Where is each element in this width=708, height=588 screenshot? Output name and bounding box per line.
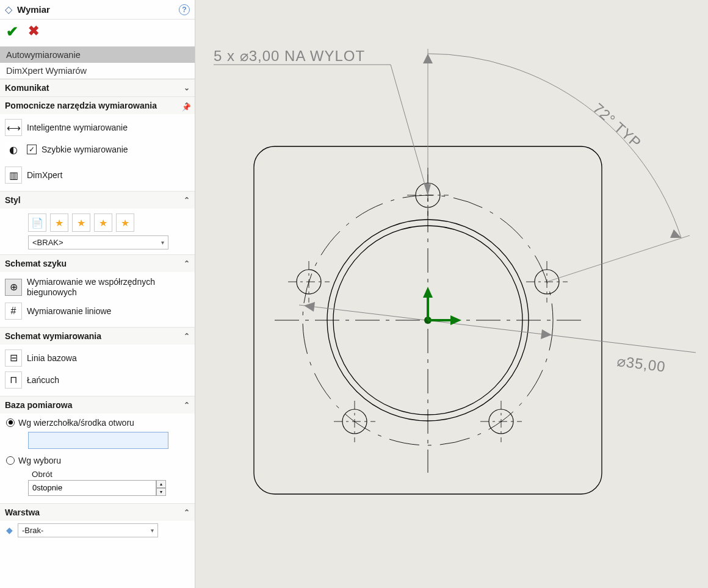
style-fav-load-icon[interactable]: ★ xyxy=(116,213,134,232)
szyk-body: ⊕ Wymiarowanie we współrzędnych biegunow… xyxy=(0,272,195,327)
ok-button[interactable]: ✔ xyxy=(6,23,18,40)
section-szyk[interactable]: Schemat szyku ⌃ xyxy=(0,254,195,272)
style-fav-remove-icon[interactable]: ★ xyxy=(72,213,90,232)
svg-line-19 xyxy=(547,235,690,282)
diameter-text: ⌀35,00 xyxy=(616,353,666,375)
polar-dimension-icon[interactable]: ⊕ xyxy=(5,279,22,296)
warstwa-body: ◆ -Brak- ▾ xyxy=(0,521,195,542)
section-styl[interactable]: Styl ⌃ xyxy=(0,191,195,209)
svg-line-15 xyxy=(391,65,428,195)
quick-dimension-icon[interactable]: ◐ xyxy=(5,141,22,158)
svg-line-22 xyxy=(299,305,696,353)
tab-list: Autowymiarowanie DimXpert Wymiarów xyxy=(0,46,195,79)
svg-marker-20 xyxy=(423,54,433,63)
pin-icon[interactable]: 📌 xyxy=(182,103,191,112)
radio-selection[interactable] xyxy=(6,456,15,465)
cancel-button[interactable]: ✖ xyxy=(28,23,39,40)
section-warstwa-label: Warstwa xyxy=(5,507,40,517)
origin-triad xyxy=(423,287,461,325)
chevron-down-icon: ▾ xyxy=(161,239,164,246)
rotation-input[interactable] xyxy=(28,480,156,496)
linear-dimension-label[interactable]: Wymiarowanie liniowe xyxy=(27,306,190,316)
polar-dimension-label[interactable]: Wymiarowanie we współrzędnych biegunowyc… xyxy=(27,277,190,298)
dimension-icon: ◇ xyxy=(5,4,12,15)
section-komunikat[interactable]: Komunikat ⌄ xyxy=(0,79,195,96)
confirm-row: ✔ ✖ xyxy=(0,20,195,46)
svg-marker-23 xyxy=(304,302,315,312)
smart-dimension-label[interactable]: Inteligentne wymiarowanie xyxy=(27,123,190,132)
chain-label[interactable]: Łańcuch xyxy=(27,375,190,385)
layer-select[interactable]: -Brak- ▾ xyxy=(18,523,158,537)
chevron-down-icon: ▾ xyxy=(151,527,154,534)
radio-selection-label[interactable]: Wg wyboru xyxy=(18,456,61,465)
section-schemat-wym-label: Schemat wymiarowania xyxy=(5,331,101,341)
panel-header: ◇ Wymiar ? xyxy=(0,0,195,20)
radio-vertex-label[interactable]: Wg wierzchołka/środka otworu xyxy=(18,418,134,428)
style-select[interactable]: <BRAK> ▾ xyxy=(28,235,168,249)
style-apply-icon[interactable]: 📄 xyxy=(28,213,46,232)
dimxpert-tool-icon[interactable]: ▥ xyxy=(5,167,22,184)
styl-body: 📄 ★ ★ ★ ★ <BRAK> ▾ xyxy=(0,209,195,254)
angle-text: 72° TYP xyxy=(590,100,645,151)
chevron-up-icon: ⌃ xyxy=(184,401,190,409)
layer-select-value: -Brak- xyxy=(22,526,43,535)
baza-body: Wg wierzchołka/środka otworu Wg wyboru O… xyxy=(0,414,195,503)
style-fav-add-icon[interactable]: ★ xyxy=(50,213,68,232)
chevron-up-icon: ⌃ xyxy=(184,196,190,204)
chevron-down-icon: ⌄ xyxy=(184,84,190,92)
hole-callout-text: 5 x ⌀3,00 NA WYLOT xyxy=(214,48,365,64)
section-styl-label: Styl xyxy=(5,195,21,205)
help-icon[interactable]: ? xyxy=(179,4,190,15)
rotation-label: Obrót xyxy=(4,467,191,479)
section-pomocnicze-label: Pomocnicze narzędzia wymiarowania xyxy=(5,101,157,110)
baseline-icon[interactable]: ⊟ xyxy=(5,350,22,367)
tab-dimxpert[interactable]: DimXpert Wymiarów xyxy=(0,63,195,79)
section-baza[interactable]: Baza pomiarowa ⌃ xyxy=(0,396,195,414)
section-szyk-label: Schemat szyku xyxy=(5,259,67,268)
section-komunikat-label: Komunikat xyxy=(5,83,49,93)
svg-marker-24 xyxy=(541,329,552,339)
chevron-up-icon: ⌃ xyxy=(184,508,190,517)
chain-icon[interactable]: ⊓ xyxy=(5,371,22,389)
schemat-wym-body: ⊟ Linia bazowa ⊓ Łańcuch xyxy=(0,345,195,396)
svg-marker-27 xyxy=(423,287,433,298)
svg-marker-16 xyxy=(424,183,431,195)
drawing-canvas[interactable]: 5 x ⌀3,00 NA WYLOT 72° TYP ⌀35,00 xyxy=(195,0,708,588)
pomocnicze-body: 📌 ⟷ Inteligentne wymiarowanie ◐ ✓ Szybki… xyxy=(0,114,195,191)
section-warstwa[interactable]: Warstwa ⌃ xyxy=(0,503,195,521)
style-select-value: <BRAK> xyxy=(32,238,63,247)
datum-selection-field[interactable] xyxy=(28,432,168,449)
chevron-up-icon: ⌃ xyxy=(184,332,190,340)
section-baza-label: Baza pomiarowa xyxy=(5,400,72,410)
spinner-up[interactable]: ▴ xyxy=(156,480,166,488)
section-schemat-wym[interactable]: Schemat wymiarowania ⌃ xyxy=(0,327,195,345)
diameter-dimension: ⌀35,00 xyxy=(299,302,696,375)
style-fav-save-icon[interactable]: ★ xyxy=(94,213,112,232)
tab-auto-dimension[interactable]: Autowymiarowanie xyxy=(0,47,195,63)
linear-dimension-icon[interactable]: # xyxy=(5,303,22,320)
quick-dimension-label[interactable]: Szybkie wymiarowanie xyxy=(42,145,190,154)
baseline-label[interactable]: Linia bazowa xyxy=(27,353,190,363)
hole-callout: 5 x ⌀3,00 NA WYLOT xyxy=(214,48,431,195)
dimxpert-tool-label[interactable]: DimXpert xyxy=(27,170,190,180)
quick-dimension-checkbox[interactable]: ✓ xyxy=(27,145,37,154)
property-panel: ◇ Wymiar ? ✔ ✖ Autowymiarowanie DimXpert… xyxy=(0,0,195,588)
spinner-down[interactable]: ▾ xyxy=(156,488,166,496)
panel-title: Wymiar xyxy=(17,4,174,15)
smart-dimension-icon[interactable]: ⟷ xyxy=(5,119,22,136)
section-pomocnicze[interactable]: Pomocnicze narzędzia wymiarowania ⌃ xyxy=(0,96,195,114)
layer-icon: ◆ xyxy=(6,525,13,535)
radio-vertex[interactable] xyxy=(6,418,15,427)
chevron-up-icon: ⌃ xyxy=(184,259,190,268)
angle-dimension: 72° TYP xyxy=(423,49,690,282)
